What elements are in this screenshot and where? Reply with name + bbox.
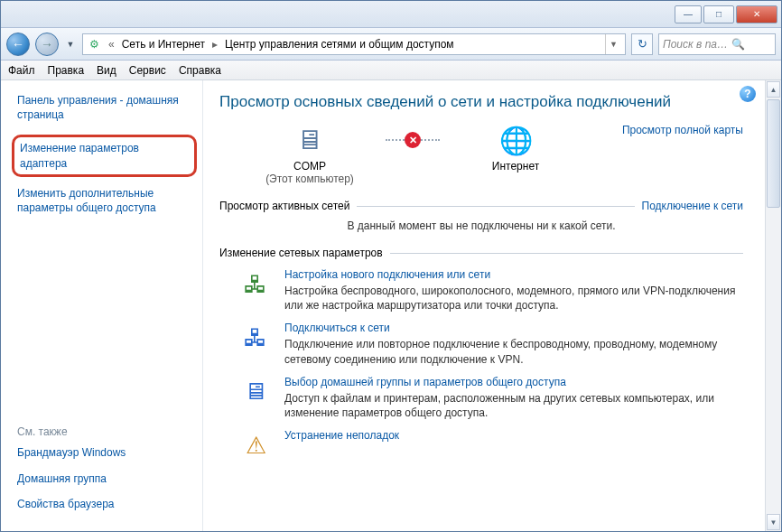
- minimize-button[interactable]: —: [675, 5, 702, 23]
- breadcrumb-sep-arrow: ▸: [210, 38, 219, 51]
- breadcrumb-part-1[interactable]: Сеть и Интернет: [122, 38, 205, 51]
- sidebar: Панель управления - домашняя страница Из…: [1, 80, 203, 531]
- menubar: Файл Правка Вид Сервис Справка: [1, 61, 781, 80]
- internet-label: Интернет: [461, 160, 570, 173]
- connect-network-icon: 🖧: [239, 322, 272, 354]
- sidebar-firewall-link[interactable]: Брандмауэр Windows: [17, 445, 197, 460]
- see-also-header: См. также: [17, 425, 197, 438]
- menu-help[interactable]: Справка: [179, 64, 221, 77]
- sidebar-advanced-sharing-link[interactable]: Изменить дополнительные параметры общего…: [17, 186, 197, 215]
- view-full-map-link[interactable]: Просмотр полной карты: [622, 124, 743, 136]
- scroll-thumb[interactable]: [767, 99, 780, 208]
- vertical-scrollbar[interactable]: ▲ ▼: [765, 80, 781, 531]
- internet-node: 🌐 Интернет: [461, 124, 570, 173]
- setting-desc: Настройка беспроводного, широкополосного…: [284, 284, 743, 313]
- refresh-button[interactable]: ↻: [631, 33, 653, 55]
- this-pc-label: COMP: [256, 160, 364, 173]
- help-icon[interactable]: ?: [740, 86, 756, 102]
- this-pc-sublabel: (Этот компьютер): [256, 173, 364, 185]
- setting-desc: Подключение или повторное подключение к …: [284, 337, 743, 366]
- breadcrumb-part-2[interactable]: Центр управления сетями и общим доступом: [225, 38, 454, 51]
- active-networks-section: Просмотр активных сетей Подключение к се…: [219, 200, 743, 212]
- close-button[interactable]: ✕: [736, 5, 777, 23]
- network-map: 🖥 COMP (Этот компьютер) ✕ 🌐 Интернет Про…: [256, 124, 743, 185]
- content-area: Панель управления - домашняя страница Из…: [1, 80, 781, 531]
- menu-tools[interactable]: Сервис: [129, 64, 166, 77]
- address-bar[interactable]: ⚙ « Сеть и Интернет ▸ Центр управления с…: [82, 33, 626, 55]
- search-input[interactable]: Поиск в па… 🔍: [658, 33, 776, 55]
- highlighted-annotation: Изменение параметров адаптера: [12, 135, 197, 176]
- maximize-button[interactable]: □: [703, 5, 734, 23]
- computer-icon: 🖥: [288, 124, 331, 156]
- page-title: Просмотр основных сведений о сети и наст…: [219, 93, 743, 111]
- setting-title: Устранение неполадок: [284, 429, 399, 442]
- scroll-track[interactable]: [766, 209, 781, 513]
- nav-forward-button[interactable]: →: [35, 33, 59, 56]
- nav-history-dropdown[interactable]: ▼: [64, 33, 77, 56]
- scroll-up-button[interactable]: ▲: [767, 81, 780, 98]
- sidebar-browser-props-link[interactable]: Свойства браузера: [17, 497, 197, 511]
- setting-title: Подключиться к сети: [284, 322, 743, 334]
- nav-back-button[interactable]: ←: [6, 33, 30, 56]
- troubleshoot-icon: ⚠: [239, 429, 272, 462]
- setting-troubleshoot[interactable]: ⚠ Устранение неполадок: [239, 429, 743, 462]
- active-networks-header: Просмотр активных сетей: [219, 200, 349, 212]
- setting-homegroup-sharing[interactable]: 🖥 Выбор домашней группы и параметров общ…: [239, 376, 743, 420]
- setting-desc: Доступ к файлам и принтерам, расположенн…: [284, 391, 743, 420]
- breadcrumb-sep: «: [107, 38, 116, 51]
- setting-title: Выбор домашней группы и параметров общег…: [284, 376, 743, 388]
- no-network-note: В данный момент вы не подключены ни к ка…: [219, 219, 743, 232]
- address-dropdown[interactable]: ▼: [605, 34, 621, 54]
- search-icon: 🔍: [731, 38, 745, 51]
- navbar: ← → ▼ ⚙ « Сеть и Интернет ▸ Центр управл…: [1, 28, 781, 61]
- sidebar-homegroup-link[interactable]: Домашняя группа: [17, 471, 197, 486]
- homegroup-icon: 🖥: [239, 376, 272, 408]
- network-icon: ⚙: [87, 37, 101, 51]
- search-placeholder: Поиск в па…: [663, 38, 728, 51]
- disconnected-icon: ✕: [405, 132, 421, 148]
- this-pc-node: 🖥 COMP (Этот компьютер): [256, 124, 364, 185]
- change-settings-section: Изменение сетевых параметров: [219, 247, 743, 259]
- setting-connect-network[interactable]: 🖧 Подключиться к сети Подключение или по…: [239, 322, 743, 366]
- menu-file[interactable]: Файл: [8, 64, 35, 77]
- setting-title: Настройка нового подключения или сети: [284, 268, 743, 281]
- globe-icon: 🌐: [494, 124, 537, 156]
- menu-view[interactable]: Вид: [97, 64, 116, 77]
- connect-to-network-link[interactable]: Подключение к сети: [642, 200, 743, 212]
- new-connection-icon: 🖧: [239, 268, 272, 301]
- setting-new-connection[interactable]: 🖧 Настройка нового подключения или сети …: [239, 268, 743, 313]
- main-panel: ? Просмотр основных сведений о сети и на…: [203, 80, 765, 531]
- menu-edit[interactable]: Правка: [48, 64, 85, 77]
- change-settings-header: Изменение сетевых параметров: [219, 247, 383, 259]
- sidebar-home-link[interactable]: Панель управления - домашняя страница: [17, 93, 197, 122]
- scroll-down-button[interactable]: ▼: [767, 514, 780, 530]
- map-link-broken: ✕: [386, 124, 440, 156]
- sidebar-adapter-settings-link[interactable]: Изменение параметров адаптера: [20, 141, 189, 170]
- window: — □ ✕ ← → ▼ ⚙ « Сеть и Интернет ▸ Центр …: [0, 0, 782, 532]
- titlebar: — □ ✕: [1, 1, 781, 28]
